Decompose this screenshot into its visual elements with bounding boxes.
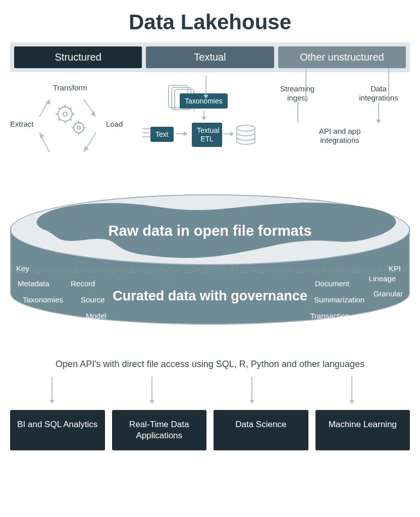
svg-marker-49 [149,400,154,404]
structured-column: Transform Load Extract [10,81,136,177]
svg-marker-41 [203,95,208,99]
svg-marker-1 [45,99,50,105]
bottom-arrows-row [10,377,410,405]
term-record: Record [71,279,95,288]
raw-data-title: Raw data in open file formats [10,223,410,239]
svg-line-17 [70,108,72,109]
box-data-science: Data Science [214,410,308,450]
tab-other: Other unstructured [278,46,406,68]
text-box: Text [150,127,174,142]
data-integrations-label: Data integrations [353,84,404,102]
api-description: Open API's with direct file access using… [10,359,410,370]
lakehouse-cylinder: ○△□○△□○△□○△□○△□○△□○△□○△□○△□○△□○△□○△□○△□○… [10,194,410,346]
svg-marker-47 [49,400,55,404]
page-title: Data Lakehouse [0,0,420,42]
term-transaction: Transaction [310,312,349,320]
textual-etl-box: Textual ETL [192,123,222,147]
term-lineage: Lineage [369,274,396,283]
svg-marker-43 [303,98,308,102]
svg-point-8 [58,107,72,121]
ingest-row: Transform Load Extract Taxonomie [10,81,410,177]
svg-line-16 [59,119,60,121]
arrow-dataint-down [375,102,383,125]
consumption-boxes: BI and SQL Analytics Real-Time Data Appl… [10,410,410,450]
term-model: Model [86,312,107,320]
arrow-etl-right [223,130,235,138]
box-realtime-apps: Real-Time Data Applications [112,410,207,450]
term-document: Document [315,279,349,288]
box-bi-analytics: BI and SQL Analytics [10,410,105,450]
arrow-streaming-down [294,102,302,127]
svg-point-30 [237,125,255,131]
svg-marker-39 [376,120,381,124]
tab-structured: Structured [14,46,142,68]
svg-marker-5 [84,146,89,152]
svg-point-9 [63,112,67,116]
svg-line-14 [59,108,60,109]
arrow-text-right [176,130,189,138]
streaming-label: Streaming ingest [275,84,320,102]
term-kpi: KPI [389,264,401,273]
svg-marker-45 [386,98,391,102]
box-machine-learning: Machine Learning [316,410,410,450]
svg-point-19 [77,126,80,129]
tabs-container: Structured Textual Other unstructured [10,42,410,72]
arrow-to-realtime [148,377,172,405]
database-icon [235,124,257,146]
gears-icon [52,101,93,142]
svg-marker-53 [349,400,354,404]
term-metadata: Metadata [18,279,49,288]
svg-marker-34 [184,131,188,136]
arrow-taxonomies-down [197,111,211,122]
arrow-to-lake-2 [302,68,310,104]
arrow-to-bi [48,377,72,405]
arrow-to-datasci [248,377,272,405]
curated-title: Curated data with governance [10,288,410,304]
svg-marker-36 [230,131,234,136]
arrow-to-lake-1 [202,76,210,100]
svg-marker-51 [249,400,254,404]
tab-textual: Textual [146,46,274,68]
svg-line-15 [70,119,72,121]
svg-point-18 [74,123,84,133]
svg-marker-32 [201,117,206,121]
arrow-to-lake-3 [385,68,393,104]
arrow-to-ml [348,377,372,405]
api-app-label: API and app integrations [312,127,368,145]
term-key: Key [16,264,29,273]
